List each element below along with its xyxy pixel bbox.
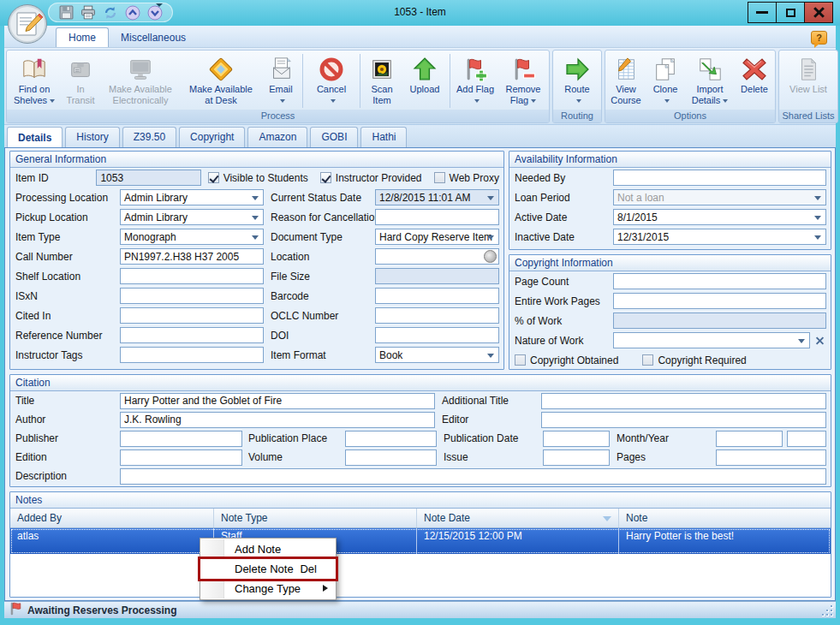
maximize-button[interactable] [776,2,805,23]
find-on-shelves-button[interactable]: Find on Shelves [8,52,61,110]
editor-input[interactable] [541,412,826,428]
email-button[interactable]: Email [261,52,301,110]
clear-icon[interactable] [814,335,826,347]
pages-input[interactable] [716,449,826,466]
tab-z3950[interactable]: Z39.50 [122,127,176,147]
delete-button[interactable]: Delete [735,52,774,110]
make-available-electronically-button: Make Available Electronically [100,52,181,110]
tab-amazon[interactable]: Amazon [247,127,307,147]
help-icon[interactable]: ? [811,31,827,45]
dropdown-arrow-icon [50,99,55,103]
minimize-button[interactable] [748,2,777,23]
shelf-location-input[interactable] [120,268,264,284]
route-button[interactable]: Route [554,52,600,110]
month-input[interactable] [716,431,783,447]
tab-details[interactable]: Details [7,127,63,148]
scan-item-button[interactable]: Scan Item [362,52,402,110]
item-format-combo[interactable]: Book [375,347,499,363]
page-count-input[interactable] [613,273,826,289]
field-label: Publisher [15,432,120,444]
tab-copyright[interactable]: Copyright [179,127,245,147]
publisher-input[interactable] [120,431,242,447]
dropdown-arrow-icon [280,99,285,103]
barcode-input[interactable] [375,288,499,304]
status-text: Awaiting Reserves Processing [27,604,177,616]
menu-item-add-note[interactable]: Add Note [200,539,336,559]
publication-date-input[interactable] [543,431,610,447]
isxn-input[interactable] [120,288,264,304]
diamond-icon [207,55,235,84]
menu-item-delete-note[interactable]: Delete NoteDel [200,559,336,579]
view-course-button[interactable]: View Course [606,52,646,110]
chevron-down-icon [814,196,821,200]
column-header-note-date[interactable]: Note Date [417,509,619,527]
globe-icon[interactable] [484,250,497,263]
visible-to-students-checkbox[interactable]: Visible to Students [208,172,308,184]
column-header-note[interactable]: Note [619,509,831,527]
menu-item-change-type[interactable]: Change Type [200,579,336,598]
close-button[interactable] [804,2,833,23]
clone-button[interactable]: Clone [646,52,685,110]
additional-title-input[interactable] [541,393,826,409]
cited-in-input[interactable] [120,307,264,324]
maximize-icon [786,9,795,17]
reference-number-input[interactable] [120,327,264,343]
field-label: Editor [442,414,541,426]
notes-grid: Added By Note Type Note Date Note atlas … [10,509,831,597]
volume-input[interactable] [345,449,437,466]
web-proxy-checkbox[interactable]: Web Proxy [434,172,499,184]
needed-by-input[interactable] [613,170,826,186]
make-available-at-desk-button[interactable]: Make Available at Desk [181,52,261,110]
app-icon[interactable] [7,3,49,45]
field-label: Location [271,251,375,263]
nature-of-work-combo[interactable] [613,332,810,348]
description-input[interactable] [120,468,826,485]
processing-location-combo[interactable]: Admin Library [120,189,264,205]
location-input[interactable] [375,248,499,265]
add-flag-button[interactable]: Add Flag [452,52,498,110]
instructor-tags-input[interactable] [120,347,264,363]
field-label: Entire Work Pages [515,295,613,307]
field-label: Call Number [15,251,120,263]
group-label-routing: Routing [553,110,601,122]
reason-for-cancellation-input[interactable] [375,209,499,225]
item-type-combo[interactable]: Monograph [120,229,264,245]
import-details-button[interactable]: Import Details [685,52,735,110]
call-number-input[interactable]: PN1997.2.H38 H37 2005 [120,248,264,265]
route-arrow-icon [563,55,591,84]
active-date-combo[interactable]: 8/1/2015 [613,209,826,225]
column-header-note-type[interactable]: Note Type [214,509,417,527]
current-status-date-combo[interactable]: 12/8/2015 11:01 AM [375,189,499,205]
copyright-required-checkbox[interactable]: Copyright Required [642,354,746,366]
instructor-provided-checkbox[interactable]: Instructor Provided [320,172,422,184]
doi-input[interactable] [375,327,499,343]
tab-gobi[interactable]: GOBI [310,127,358,147]
note-row-selected[interactable]: atlas Staff 12/15/2015 12:00 PM Harry Po… [10,528,831,554]
author-input[interactable]: J.K. Rowling [120,412,435,428]
cell-note-date: 12/15/2015 12:00 PM [417,528,619,554]
chevron-down-icon [798,339,805,343]
tab-hathi[interactable]: Hathi [360,127,407,147]
copyright-obtained-checkbox[interactable]: Copyright Obtained [515,354,618,366]
year-input[interactable] [787,431,826,447]
document-tabstrip: Details History Z39.50 Copyright Amazon … [4,125,836,147]
dropdown-arrow-icon [723,99,728,103]
ribbon-tab-home[interactable]: Home [56,27,109,47]
inactive-date-combo[interactable]: 12/31/2015 [613,229,826,245]
issue-input[interactable] [543,449,610,466]
pickup-location-combo[interactable]: Admin Library [120,209,264,225]
document-type-combo[interactable]: Hard Copy Reserve Item [375,229,499,245]
ribbon-tab-miscellaneous[interactable]: Miscellaneous [109,28,198,47]
tab-history[interactable]: History [65,127,119,147]
publication-place-input[interactable] [345,431,437,447]
column-header-added-by[interactable]: Added By [10,509,214,527]
remove-flag-button[interactable]: Remove Flag [498,52,548,110]
edition-input[interactable] [120,449,242,466]
oclc-number-input[interactable] [375,307,499,324]
cancel-button[interactable]: Cancel [305,52,358,110]
upload-button[interactable]: Upload [402,52,448,110]
ribbon-group-process: Find on Shelves In Transit Make Availabl… [6,50,550,123]
resize-grip[interactable] [822,605,833,616]
entire-work-pages-input[interactable] [613,293,826,309]
title-input[interactable]: Harry Potter and the Goblet of Fire [120,393,435,409]
